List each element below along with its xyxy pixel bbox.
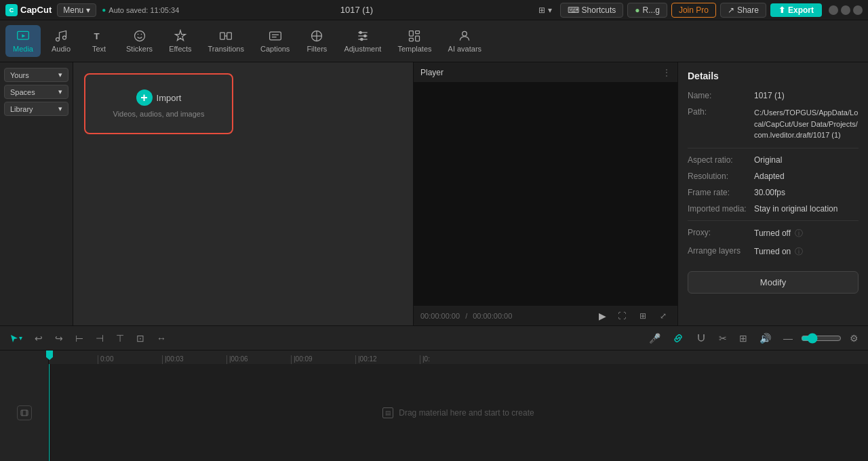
scissors-button[interactable]: ✂ (715, 331, 731, 346)
drag-hint-text: Drag material here and start to create (399, 408, 534, 418)
share-button[interactable]: ↗ Share (720, 3, 766, 18)
settings-icon-button[interactable]: ⚙ (846, 331, 863, 346)
toolbar-item-effects[interactable]: Effects (162, 25, 198, 57)
toolbar-item-text[interactable]: T Text (81, 25, 117, 57)
svg-rect-10 (269, 32, 281, 40)
profile-label: R...g (643, 5, 660, 15)
replace-button[interactable]: ↔ (153, 331, 170, 346)
templates-label: Templates (397, 45, 431, 53)
restore-button[interactable]: ⬜ (841, 5, 850, 15)
chain-link-icon (673, 333, 684, 344)
shortcuts-button[interactable]: ⌨ Shortcuts (560, 3, 624, 18)
volume-button[interactable]: 🔊 (755, 331, 775, 346)
player-menu-icon[interactable]: ⋮ (663, 68, 671, 77)
toolbar-item-ai-avatars[interactable]: AI avatars (441, 25, 489, 57)
detail-name-label: Name: (688, 91, 749, 100)
mic-button[interactable]: 🎤 (645, 331, 665, 346)
sidebar-dropdown-yours[interactable]: Yours ▾ (4, 68, 68, 82)
split-button[interactable]: ⊢ (71, 331, 87, 346)
toolbar-item-templates[interactable]: Templates (391, 25, 438, 57)
player-time-start: 00:00:00:00 (420, 312, 460, 320)
main-area: Yours ▾ Spaces ▾ Library ▾ + Import Vide… (0, 62, 868, 325)
toolbar-item-transitions[interactable]: Transitions (201, 25, 251, 57)
toolbar: Media Audio T Text Stickers Effects (0, 20, 868, 62)
select-tool-button[interactable]: ▾ (5, 332, 26, 345)
import-plus-icon: + (136, 89, 153, 106)
svg-rect-9 (227, 33, 232, 39)
svg-rect-22 (410, 38, 414, 41)
detail-path-row: Path: C:/Users/TOPGUS/AppData/Local/CapC… (688, 107, 859, 141)
sidebar-spaces-chevron-icon: ▾ (58, 87, 62, 96)
detail-proxy-value-container: Turned off ⓘ (754, 228, 859, 239)
minimize-button[interactable]: — (829, 5, 838, 15)
detail-name-value: 1017 (1) (754, 91, 859, 100)
sidebar-dropdown-spaces[interactable]: Spaces ▾ (4, 85, 68, 99)
display-settings-button[interactable]: ⊞ ▾ (534, 4, 556, 16)
thumbnail-button[interactable]: ⊞ (735, 331, 751, 346)
audio-label: Audio (52, 45, 71, 53)
detail-arrange-value-container: Turned on ⓘ (754, 246, 859, 258)
display-icon: ⊞ (538, 5, 545, 15)
toolbar-item-stickers[interactable]: Stickers (119, 25, 159, 57)
detail-proxy-label: Proxy: (688, 228, 749, 239)
detail-imported-row: Imported media: Stay in original locatio… (688, 204, 859, 214)
player-time-end: 00:00:00:00 (473, 312, 512, 320)
detail-framerate-value: 30.00fps (754, 188, 859, 197)
sidebar-library-label: Library (10, 105, 33, 113)
text-label: Text (92, 45, 106, 53)
export-button[interactable]: ⬆ Export (770, 3, 822, 17)
autosave-text: Auto saved: 11:05:34 (108, 6, 179, 14)
player-controls: 00:00:00:00 / 00:00:00:00 ▶ ⛶ ⊞ ⤢ (414, 305, 677, 325)
effects-icon (174, 29, 187, 43)
zoom-slider-minus[interactable]: — (779, 331, 797, 346)
magnet-button[interactable] (692, 331, 711, 346)
adjustment-label: Adjustment (344, 45, 381, 53)
undo-button[interactable]: ↩ (31, 331, 47, 346)
fullscreen-button[interactable]: ⛶ (614, 309, 630, 323)
player-expand-button[interactable]: ⤢ (656, 309, 671, 323)
toolbar-item-filters[interactable]: Filters (299, 25, 334, 57)
sidebar-dropdown-library[interactable]: Library ▾ (4, 102, 68, 116)
crop-button[interactable]: ⊤ (112, 331, 128, 346)
close-button[interactable]: ✕ (853, 5, 863, 15)
timeline-toolbar: ▾ ↩ ↪ ⊢ ⊣ ⊤ ⊡ ↔ 🎤 (0, 326, 868, 350)
zoom-slider[interactable] (801, 333, 842, 344)
adjustment-icon (356, 29, 370, 43)
captions-icon (269, 29, 282, 43)
delete-segment-button[interactable]: ⊡ (132, 331, 149, 346)
arrange-info-icon[interactable]: ⓘ (795, 246, 803, 258)
proxy-info-icon[interactable]: ⓘ (795, 228, 803, 239)
link-button[interactable] (669, 331, 688, 346)
sidebar: Yours ▾ Spaces ▾ Library ▾ (0, 62, 73, 325)
toolbar-item-adjustment[interactable]: Adjustment (337, 25, 388, 57)
detail-aspect-value: Original (754, 155, 859, 165)
detail-arrange-label: Arrange layers (688, 246, 749, 258)
project-title: 1017 (1) (301, 5, 412, 15)
menu-button[interactable]: Menu ▾ (57, 3, 96, 17)
track-area: ▤ Drag material here and start to create (49, 364, 868, 461)
keyboard-icon: ⌨ (568, 5, 579, 15)
text-icon: T (92, 29, 106, 43)
templates-icon (408, 29, 421, 43)
app-logo: C CapCut (5, 4, 52, 16)
modify-button[interactable]: Modify (688, 271, 859, 294)
redo-button[interactable]: ↪ (51, 331, 67, 346)
select-chevron-icon: ▾ (19, 334, 22, 342)
profile-icon: ● (635, 5, 639, 15)
toolbar-item-captions[interactable]: Captions (254, 25, 296, 57)
detail-proxy-value: Turned off (754, 228, 791, 238)
filters-icon (310, 29, 323, 43)
autosave-status: Auto saved: 11:05:34 (102, 6, 179, 14)
main-track-label (17, 405, 32, 420)
player-settings-button[interactable]: ⊞ (635, 309, 650, 323)
play-button[interactable]: ▶ (596, 310, 608, 322)
toolbar-item-media[interactable]: Media (5, 25, 41, 57)
svg-point-5 (134, 31, 144, 41)
profile-button[interactable]: ● R...g (627, 3, 667, 18)
playhead-line (49, 364, 50, 461)
import-button[interactable]: + Import Videos, audios, and images (84, 73, 233, 134)
join-pro-button[interactable]: Join Pro (671, 3, 716, 18)
capcut-icon: C (5, 4, 18, 16)
toolbar-item-audio[interactable]: Audio (43, 25, 79, 57)
split-left-button[interactable]: ⊣ (92, 331, 108, 346)
